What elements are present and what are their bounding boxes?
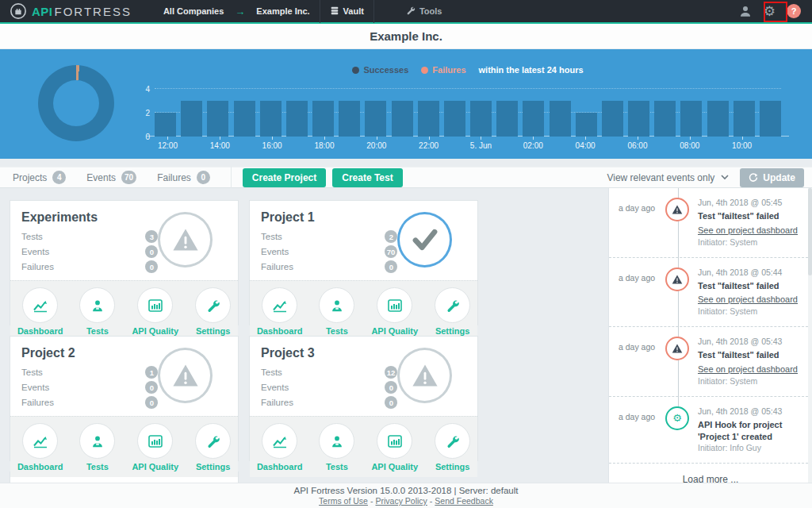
settings-button[interactable]: Settings: [195, 287, 231, 336]
nav-company[interactable]: Example Inc.: [247, 0, 319, 22]
success-bar: [550, 101, 571, 137]
project-card-info: Project 2 Tests 1 Events 0 Failures 0: [21, 346, 158, 411]
x-tick-mark: [533, 137, 534, 140]
failures-stat-row: Failures 0: [261, 260, 397, 273]
main-area: Experiments Tests 3 Events 0 Failures 0: [0, 188, 812, 483]
events-label: Events: [21, 383, 145, 392]
footer-link-privacy-policy[interactable]: Privacy Policy: [375, 496, 427, 506]
tests-label: Tests: [86, 326, 109, 336]
chart-legend: Successes Failures within the latest 24 …: [155, 65, 781, 75]
create-project-button[interactable]: Create Project: [243, 168, 326, 187]
footer-link-terms-of-use[interactable]: Terms of Use: [319, 496, 368, 506]
project-title: Project 1: [261, 210, 397, 225]
api-quality-label: API Quality: [371, 462, 418, 471]
settings-button[interactable]: Settings: [435, 287, 470, 336]
failures-stat-row: Failures 0: [21, 396, 158, 409]
event-item: a day ago ⚙ Jun, 4th 2018 @ 05:45 Test "…: [609, 188, 812, 258]
events-count-badge: 0: [385, 381, 397, 394]
api-quality-button[interactable]: API Quality: [132, 287, 178, 336]
sidebar-scrollbar[interactable]: [808, 188, 812, 483]
dashboard-button[interactable]: Dashboard: [17, 287, 63, 336]
event-gears-icon: ⚙: [672, 413, 682, 423]
nav-divider: [373, 0, 374, 23]
failures-count-badge: 0: [385, 260, 397, 273]
event-item: a day ago ⚙ Jun, 4th 2018 @ 05:43 Test "…: [609, 327, 812, 397]
counter-badge: 0: [197, 171, 210, 184]
dashboard-button[interactable]: Dashboard: [17, 423, 63, 471]
counter-label: Events: [86, 172, 116, 183]
x-tick-label: 22:00: [419, 141, 439, 150]
scrollbar-thumb[interactable]: [808, 188, 812, 275]
events-stat-row: Events 0: [261, 381, 397, 394]
x-tick-label: 16:00: [262, 141, 282, 150]
dashboard-button[interactable]: Dashboard: [257, 287, 302, 336]
tests-button[interactable]: Tests: [79, 287, 115, 336]
chevron-down-icon: [721, 175, 729, 180]
app-logo[interactable]: API FORTRESS: [10, 2, 132, 20]
success-bar: [444, 101, 465, 137]
x-tick-mark: [220, 137, 220, 140]
event-dashboard-link[interactable]: See on project dashboard: [698, 364, 798, 375]
event-dashboard-link[interactable]: See on project dashboard: [698, 225, 798, 237]
settings-label: Settings: [196, 462, 230, 471]
events-stat-row: Events 0: [21, 245, 158, 258]
failures-label: Failures: [261, 398, 385, 407]
api-quality-bars-icon: [377, 287, 412, 323]
y-tick-label: 4: [145, 85, 150, 94]
hourly-bar-chart: 024 12:0014:0016:0018:0020:0022:005. Jun…: [155, 89, 781, 137]
user-icon[interactable]: [738, 4, 753, 18]
api-quality-button[interactable]: API Quality: [371, 287, 418, 336]
nav-all-companies-label: All Companies: [163, 6, 224, 16]
success-bar: [286, 101, 308, 137]
x-tick-label: 10:00: [732, 141, 752, 150]
project-card-info: Project 3 Tests 12 Events 0 Failures 0: [261, 346, 397, 411]
nav-tools[interactable]: Tools: [396, 0, 452, 22]
x-tick-mark: [377, 137, 377, 140]
nav-all-companies[interactable]: All Companies: [154, 0, 233, 22]
x-tick-label: 18:00: [314, 141, 334, 150]
create-test-button[interactable]: Create Test: [332, 168, 402, 187]
success-bar: [760, 101, 781, 137]
event-initiator: Initiator: System: [698, 237, 799, 249]
project-card[interactable]: Project 2 Tests 1 Events 0 Failures 0: [10, 336, 239, 461]
event-warning-triangle-icon: [672, 275, 683, 284]
update-button[interactable]: Update: [740, 168, 804, 187]
settings-wrench-icon: [195, 287, 231, 323]
load-more-button[interactable]: Load more ...: [609, 464, 812, 483]
project-card[interactable]: Experiments Tests 3 Events 0 Failures 0: [10, 200, 239, 325]
events-count-badge: 70: [385, 245, 398, 258]
help-icon[interactable]: ?: [787, 4, 801, 18]
success-bar: [470, 101, 492, 137]
api-quality-label: API Quality: [132, 326, 178, 336]
events-stat-row: Events 0: [21, 381, 158, 394]
overview-banner: Successes Failures within the latest 24 …: [0, 49, 812, 159]
event-dashboard-link[interactable]: See on project dashboard: [698, 294, 798, 306]
api-quality-button[interactable]: API Quality: [132, 423, 178, 471]
event-time-ago: a day ago: [619, 203, 655, 213]
tests-stat-row: Tests 1: [21, 366, 158, 379]
project-card[interactable]: Project 1 Tests 2 Events 70 Failures 0: [249, 200, 478, 325]
tests-stat-row: Tests 2: [261, 230, 397, 243]
settings-button[interactable]: Settings: [195, 423, 231, 471]
events-filter-dropdown[interactable]: View relevant events only: [607, 172, 729, 183]
dashboard-button[interactable]: Dashboard: [257, 423, 302, 471]
tests-button[interactable]: Tests: [79, 423, 115, 471]
project-card-info: Experiments Tests 3 Events 0 Failures 0: [21, 210, 158, 275]
settings-gear-icon[interactable]: ⚙: [764, 5, 776, 18]
project-status-icon: [158, 348, 213, 403]
nav-vault[interactable]: Vault: [320, 0, 373, 22]
project-title: Project 3: [261, 346, 397, 360]
api-quality-bars-icon: [377, 423, 412, 459]
tests-button[interactable]: Tests: [319, 423, 354, 471]
project-card-actions: Dashboard Tests: [250, 280, 477, 341]
tests-count-badge: 2: [385, 230, 397, 243]
project-title: Project 2: [21, 346, 158, 360]
dashboard-label: Dashboard: [257, 462, 302, 471]
api-quality-button[interactable]: API Quality: [371, 423, 418, 471]
tests-button[interactable]: Tests: [319, 287, 354, 336]
tests-label: Tests: [261, 232, 385, 241]
project-card-top: Project 2 Tests 1 Events 0 Failures 0: [10, 337, 238, 416]
settings-button[interactable]: Settings: [435, 423, 470, 471]
project-card[interactable]: Project 3 Tests 12 Events 0 Failures 0: [249, 336, 478, 461]
footer-link-send-feedback[interactable]: Send Feedback: [435, 496, 493, 506]
